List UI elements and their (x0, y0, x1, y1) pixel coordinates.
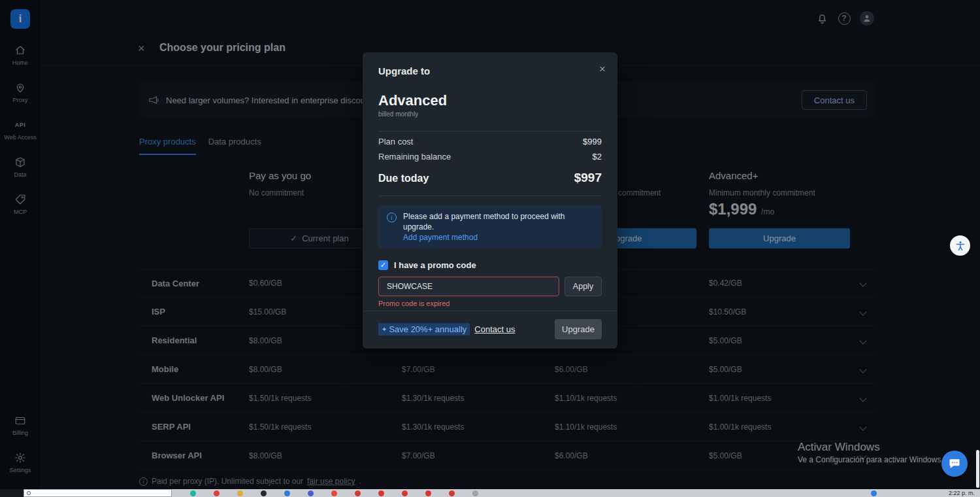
promo-checkbox-label: I have a promo code (394, 260, 476, 270)
windows-taskbar: 2:22 p. m. (0, 489, 980, 497)
promo-checkbox[interactable]: ✓ (378, 260, 388, 270)
windows-activation-watermark: Activar Windows Ve a Configuración para … (798, 441, 943, 464)
start-button[interactable] (0, 489, 24, 497)
line-item-label: Plan cost (378, 137, 413, 146)
promo-error-text: Promo code is expired (378, 300, 602, 307)
app-red-4-icon[interactable] (402, 490, 408, 496)
promo-code-input[interactable] (378, 277, 559, 296)
line-item: Remaining balance $2 (378, 152, 602, 162)
add-payment-method-link[interactable]: Add payment method (403, 233, 478, 242)
accessibility-icon (955, 240, 966, 252)
chat-widget-button[interactable] (941, 451, 968, 477)
promo-code-row: Apply (378, 277, 602, 296)
notice-text: Please add a payment method to proceed w… (403, 212, 565, 231)
line-item-value: $999 (583, 137, 602, 146)
save-annually-badge[interactable]: ✦ Save 20%+ annually (378, 323, 470, 335)
divider (378, 196, 602, 196)
modal-title: Upgrade to (378, 65, 602, 77)
info-icon: i (387, 213, 397, 222)
due-value: $997 (574, 171, 602, 185)
app-blue-icon[interactable] (284, 490, 290, 496)
tray-app-icon[interactable] (871, 490, 877, 496)
scrollbar-thumb[interactable] (976, 450, 979, 488)
watermark-subtitle: Ve a Configuración para activar Windows. (798, 455, 943, 464)
taskbar-tray: 2:22 p. m. (871, 490, 975, 496)
sparkle-icon: ✦ (382, 326, 387, 333)
search-icon (27, 491, 31, 495)
due-today-row: Due today $997 (378, 171, 602, 185)
app-red-icon[interactable] (214, 490, 220, 496)
app-teal-icon[interactable] (190, 490, 196, 496)
watermark-title: Activar Windows (798, 441, 943, 454)
billing-cycle: billed monthly (378, 111, 602, 118)
accessibility-widget-button[interactable] (950, 235, 970, 256)
line-item-label: Remaining balance (378, 152, 451, 162)
line-item: Plan cost $999 (378, 137, 602, 146)
payment-method-notice: i Please add a payment method to proceed… (378, 205, 602, 248)
modal-upgrade-button[interactable]: Upgrade (555, 319, 602, 339)
app-red-5-icon[interactable] (425, 490, 431, 496)
taskbar-search-box[interactable] (24, 489, 172, 497)
upgrade-modal: Upgrade to × Advanced billed monthly Pla… (363, 52, 617, 349)
app-window: i Home Proxy API Web Access Data MCP Bil… (0, 0, 980, 497)
divider (378, 131, 602, 131)
modal-contact-us-link[interactable]: Contact us (474, 324, 515, 334)
file-icon[interactable] (472, 490, 478, 496)
modal-footer: ✦ Save 20%+ annually Contact us Upgrade (363, 311, 617, 349)
close-icon[interactable]: × (599, 63, 606, 76)
folder-icon[interactable] (237, 490, 243, 496)
taskbar-icons (190, 490, 478, 496)
taskbar-clock[interactable]: 2:22 p. m. (949, 490, 975, 496)
app-red-6-icon[interactable] (449, 490, 455, 496)
app-dark-icon[interactable] (261, 490, 267, 496)
app-red-2-icon[interactable] (355, 490, 361, 496)
due-label: Due today (378, 173, 429, 184)
promo-code-toggle: ✓ I have a promo code (378, 260, 602, 270)
modal-plan-name: Advanced (378, 92, 602, 109)
app-red-3-icon[interactable] (378, 490, 384, 496)
line-item-value: $2 (593, 152, 602, 162)
app-multicolor-icon[interactable] (308, 490, 314, 496)
apply-promo-button[interactable]: Apply (564, 277, 602, 296)
chat-bubble-icon (948, 457, 961, 470)
app-orange-icon[interactable] (331, 490, 337, 496)
